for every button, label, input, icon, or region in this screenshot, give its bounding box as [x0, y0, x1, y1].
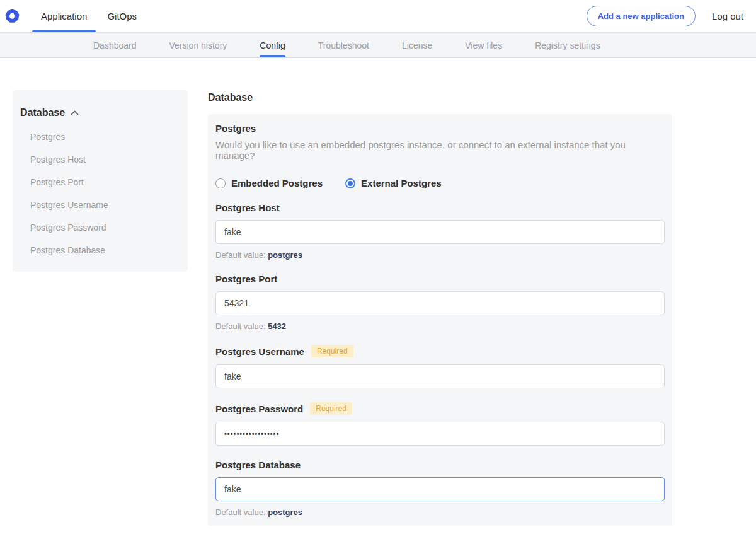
postgres-host-input[interactable] [215, 220, 665, 244]
radio-unchecked-icon [215, 178, 226, 188]
default-value-text: 5432 [268, 322, 286, 331]
postgres-password-label-text: Postgres Password [215, 403, 303, 414]
postgres-username-label-text: Postgres Username [215, 346, 304, 357]
subnav-item-license[interactable]: License [402, 33, 432, 57]
sidebar-group-database[interactable]: Database [20, 107, 180, 119]
subnav-item-version-history-label: Version history [169, 40, 227, 50]
add-new-application-button[interactable]: Add a new application [587, 6, 696, 26]
top-navigation-bar: Application GitOps Add a new application… [0, 0, 756, 33]
radio-external-postgres[interactable]: External Postgres [345, 178, 442, 188]
default-value-text: postgres [268, 250, 302, 260]
tab-application-label: Application [41, 11, 87, 21]
radio-embedded-postgres[interactable]: Embedded Postgres [215, 178, 323, 188]
database-config-card: Postgres Would you like to use an embedd… [208, 114, 672, 526]
subnav-item-view-files[interactable]: View files [465, 33, 502, 57]
postgres-port-input[interactable] [215, 291, 665, 315]
postgres-section-title: Postgres [215, 123, 665, 134]
subnav-item-dashboard[interactable]: Dashboard [93, 33, 137, 57]
sidebar-group-database-label: Database [20, 107, 65, 119]
subnav-item-config-label: Config [260, 40, 285, 50]
config-groups-sidebar: Database Postgres Postgres Host Postgres… [13, 90, 188, 272]
postgres-password-input[interactable] [215, 422, 665, 446]
default-value-label: Default value: [215, 322, 266, 331]
app-logo-icon[interactable] [5, 0, 20, 32]
postgres-section-help: Would you like to use an embedded postgr… [215, 139, 665, 161]
postgres-host-label-text: Postgres Host [215, 202, 280, 213]
config-main-content: Database Postgres Would you like to use … [208, 90, 672, 551]
tab-gitops-label: GitOps [107, 11, 137, 21]
subnav-item-license-label: License [402, 40, 432, 50]
sidebar-item-postgres-database[interactable]: Postgres Database [20, 245, 180, 255]
required-badge: Required [311, 345, 353, 357]
sidebar-item-postgres-port[interactable]: Postgres Port [20, 177, 180, 187]
tab-gitops[interactable]: GitOps [97, 0, 147, 32]
subnav-item-config[interactable]: Config [260, 33, 285, 57]
radio-external-postgres-label: External Postgres [361, 178, 442, 188]
postgres-mode-radio-group: Embedded Postgres External Postgres [215, 178, 665, 188]
postgres-database-default: Default value: postgres [215, 508, 665, 517]
postgres-port-default: Default value: 5432 [215, 322, 665, 331]
postgres-port-label-text: Postgres Port [215, 274, 277, 284]
postgres-database-label: Postgres Database [215, 460, 665, 470]
subnav-item-version-history[interactable]: Version history [169, 33, 227, 57]
sidebar-item-postgres-username[interactable]: Postgres Username [20, 200, 180, 210]
default-value-label: Default value: [215, 508, 266, 517]
default-value-label: Default value: [215, 250, 266, 260]
subnav-item-registry-settings[interactable]: Registry settings [535, 33, 600, 57]
sidebar-item-postgres[interactable]: Postgres [20, 132, 180, 142]
logout-link[interactable]: Log out [712, 11, 743, 21]
default-value-text: postgres [268, 508, 302, 517]
subnav-item-troubleshoot[interactable]: Troubleshoot [318, 33, 369, 57]
page-title: Database [208, 92, 672, 103]
postgres-username-input[interactable] [215, 364, 665, 388]
radio-embedded-postgres-label: Embedded Postgres [231, 178, 323, 188]
topbar-right-actions: Add a new application Log out [587, 0, 743, 32]
postgres-host-label: Postgres Host [215, 202, 665, 213]
subnav-item-troubleshoot-label: Troubleshoot [318, 40, 369, 50]
required-badge: Required [310, 402, 352, 415]
subnav-item-registry-settings-label: Registry settings [535, 40, 600, 50]
subnav-item-view-files-label: View files [465, 40, 502, 50]
postgres-password-label: Postgres Password Required [215, 402, 665, 415]
sidebar-item-postgres-password[interactable]: Postgres Password [20, 223, 180, 233]
tab-application[interactable]: Application [31, 0, 97, 32]
postgres-port-label: Postgres Port [215, 274, 665, 284]
subnav-item-dashboard-label: Dashboard [93, 40, 137, 50]
sidebar-item-postgres-host[interactable]: Postgres Host [20, 154, 180, 165]
chevron-up-icon [71, 110, 79, 115]
radio-checked-icon [345, 178, 355, 188]
config-page-layout: Database Postgres Postgres Host Postgres… [0, 58, 756, 551]
postgres-host-default: Default value: postgres [215, 250, 665, 260]
postgres-username-label: Postgres Username Required [215, 345, 665, 357]
application-subnav: Dashboard Version history Config Trouble… [0, 33, 756, 58]
postgres-database-label-text: Postgres Database [215, 460, 301, 470]
postgres-database-input[interactable] [215, 477, 665, 501]
